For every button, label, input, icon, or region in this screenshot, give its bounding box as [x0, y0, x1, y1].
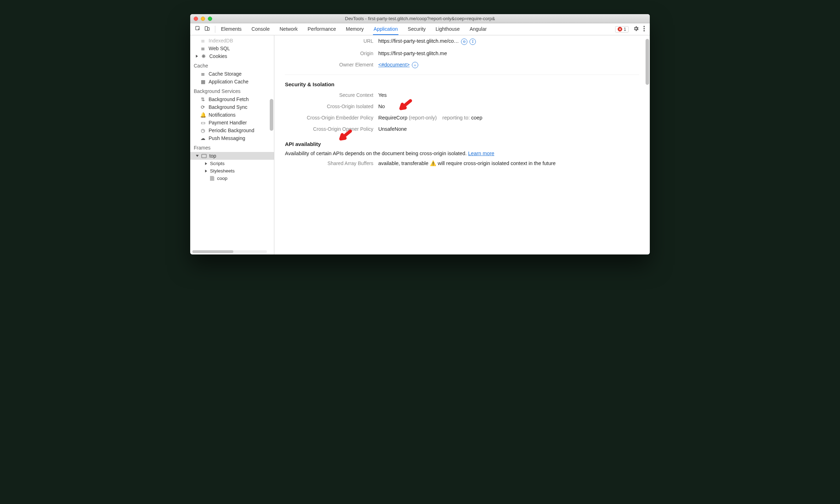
- sidebar-item-cookies[interactable]: ❋ Cookies: [190, 52, 274, 60]
- sidebar-item-file-coop[interactable]: coop: [190, 175, 274, 182]
- sidebar-item-background-sync[interactable]: ⟳ Background Sync: [190, 103, 274, 111]
- more-icon[interactable]: [643, 26, 645, 33]
- fetch-icon: ⇅: [200, 96, 206, 102]
- open-icon[interactable]: ↧: [469, 39, 476, 45]
- frame-detail-panel: URL https://first-party-test.glitch.me/c…: [274, 35, 650, 254]
- learn-more-link[interactable]: Learn more: [468, 151, 494, 156]
- chevron-down-icon: [196, 155, 199, 157]
- sidebar-item-label: Push Messaging: [209, 135, 245, 141]
- tab-memory[interactable]: Memory: [345, 24, 364, 35]
- error-icon: ✕: [618, 27, 622, 31]
- origin-value: https://first-party-test.glitch.me: [378, 51, 639, 56]
- sync-icon: ⟳: [200, 104, 206, 110]
- database-icon: ≣: [200, 71, 206, 77]
- tab-network[interactable]: Network: [279, 24, 298, 35]
- svg-point-5: [643, 30, 645, 31]
- owner-label: Owner Element: [285, 62, 373, 68]
- sidebar-item-label: Notifications: [209, 112, 235, 118]
- svg-point-4: [643, 28, 645, 29]
- sab-value: available, transferable: [378, 160, 428, 166]
- tab-angular[interactable]: Angular: [469, 24, 487, 35]
- api-availability-description: Availability of certain APIs depends on …: [285, 151, 468, 156]
- error-count: 1: [624, 27, 626, 32]
- sidebar-item-label: Web SQL: [209, 46, 230, 51]
- tab-elements[interactable]: Elements: [220, 24, 242, 35]
- sidebar-item-application-cache[interactable]: ▦ Application Cache: [190, 78, 274, 86]
- separator: [215, 26, 215, 33]
- sidebar-item-scripts[interactable]: Scripts: [190, 160, 274, 167]
- cookie-icon: ❋: [201, 53, 206, 59]
- sidebar-item-label: top: [209, 153, 216, 159]
- close-window-button[interactable]: [194, 17, 198, 21]
- sidebar-item-label: IndexedDB: [209, 38, 233, 43]
- content-scrollbar[interactable]: [646, 39, 649, 85]
- sidebar-item-notifications[interactable]: 🔔 Notifications: [190, 111, 274, 119]
- inspect-icon[interactable]: [195, 26, 201, 33]
- fullscreen-window-button[interactable]: [208, 17, 212, 21]
- sidebar-group-frames: Frames: [190, 142, 274, 152]
- cross-origin-isolated-value: No: [378, 104, 639, 109]
- svg-rect-1: [205, 27, 208, 30]
- clock-icon: ◷: [200, 128, 206, 133]
- svg-point-3: [643, 26, 645, 27]
- devtools-toolbar: Elements Console Network Performance Mem…: [190, 23, 650, 35]
- grid-icon: ▦: [200, 79, 206, 84]
- error-count-badge[interactable]: ✕ 1: [615, 26, 629, 33]
- cross-origin-isolated-label: Cross-Origin Isolated: [285, 104, 373, 109]
- chevron-right-icon: [205, 170, 207, 172]
- coep-label: Cross-Origin Embedder Policy: [285, 115, 373, 121]
- tab-lighthouse[interactable]: Lighthouse: [435, 24, 461, 35]
- sidebar-item-payment-handler[interactable]: ▭ Payment Handler: [190, 119, 274, 127]
- coep-aside: (report-only): [409, 115, 437, 121]
- secure-context-label: Secure Context: [285, 92, 373, 98]
- frame-icon: [202, 154, 206, 158]
- sidebar-item-stylesheets[interactable]: Stylesheets: [190, 167, 274, 175]
- sidebar-item-background-fetch[interactable]: ⇅ Background Fetch: [190, 95, 274, 103]
- database-icon: ≣: [200, 46, 206, 51]
- sidebar-item-push-messaging[interactable]: ☁ Push Messaging: [190, 134, 274, 142]
- tab-security[interactable]: Security: [407, 24, 426, 35]
- tab-application[interactable]: Application: [373, 24, 399, 35]
- sidebar-item-label: Payment Handler: [209, 120, 247, 125]
- sidebar-item-label: Background Fetch: [209, 96, 249, 102]
- sidebar-item-websql[interactable]: ≣ Web SQL: [190, 45, 274, 52]
- sab-label: Shared Array Buffers: [285, 160, 373, 166]
- sidebar-item-label: Periodic Background: [209, 128, 254, 133]
- warning-icon: ⚠️: [430, 160, 436, 166]
- device-mode-icon[interactable]: [204, 26, 210, 33]
- window-title: DevTools - first-party-test.glitch.me/co…: [190, 16, 650, 21]
- sidebar-item-label: Scripts: [210, 161, 224, 166]
- coep-value: RequireCorp: [378, 115, 407, 121]
- minimize-window-button[interactable]: [201, 17, 205, 21]
- svg-rect-2: [208, 28, 209, 30]
- sidebar-group-background: Background Services: [190, 86, 274, 95]
- card-icon: ▭: [200, 120, 206, 125]
- reveal-icon[interactable]: ‹›: [412, 62, 418, 68]
- sidebar-item-label: Cookies: [209, 53, 227, 59]
- cloud-icon: ☁: [200, 135, 206, 141]
- origin-label: Origin: [285, 51, 373, 56]
- sidebar-item-cache-storage[interactable]: ≣ Cache Storage: [190, 70, 274, 78]
- coop-value: UnsafeNone: [378, 126, 639, 132]
- sidebar-scrollbar[interactable]: [269, 35, 274, 254]
- sidebar-item-label: Background Sync: [209, 104, 247, 110]
- chevron-right-icon: [196, 55, 198, 58]
- secure-context-value: Yes: [378, 92, 639, 98]
- sab-warning-text: will require cross-origin isolated conte…: [438, 160, 556, 166]
- chevron-right-icon: [205, 162, 207, 165]
- sidebar-item-periodic-background[interactable]: ◷ Periodic Background: [190, 127, 274, 134]
- settings-icon[interactable]: [633, 25, 639, 33]
- tab-performance[interactable]: Performance: [307, 24, 337, 35]
- url-label: URL: [285, 38, 373, 44]
- application-sidebar: ≣ IndexedDB ≣ Web SQL ❋ Cookies Cache ≣ …: [190, 35, 274, 254]
- sidebar-horizontal-scrollbar[interactable]: [192, 250, 267, 253]
- coop-label: Cross-Origin Opener Policy: [285, 126, 373, 132]
- tab-console[interactable]: Console: [251, 24, 270, 35]
- sidebar-item-frame-top[interactable]: top: [190, 152, 274, 160]
- copy-icon[interactable]: ⊖: [461, 39, 467, 45]
- coep-reporting-label: reporting to:: [442, 115, 469, 121]
- owner-element-link[interactable]: <#document>: [378, 62, 410, 68]
- coep-endpoint: coep: [471, 115, 482, 121]
- sidebar-item-indexeddb[interactable]: ≣ IndexedDB: [190, 37, 274, 45]
- sidebar-item-label: coop: [217, 176, 227, 181]
